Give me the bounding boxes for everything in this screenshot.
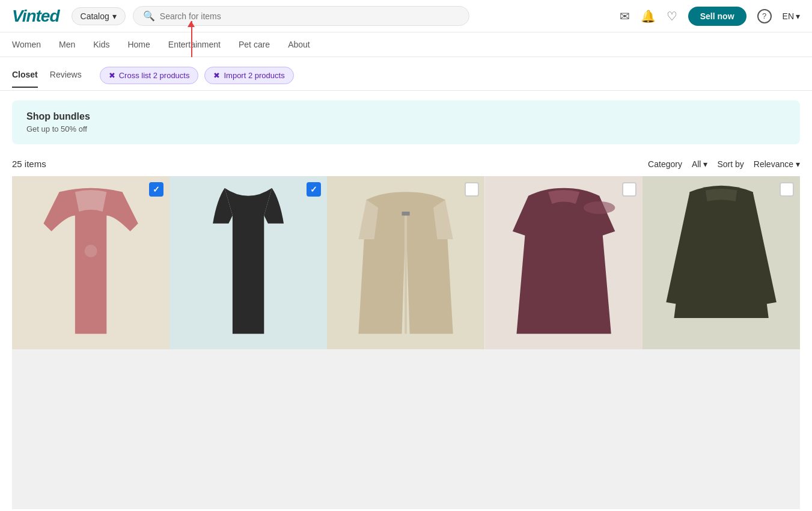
header: Vinted Catalog ▾ 🔍 ✉ 🔔 ♡ Sell now ? EN ▾ <box>0 0 812 32</box>
tab-reviews[interactable]: Reviews <box>50 70 82 88</box>
lang-chevron-icon: ▾ <box>796 11 800 21</box>
product-image-wrap <box>643 176 800 509</box>
messages-icon[interactable]: ✉ <box>620 9 630 23</box>
product-card[interactable]: $5.00 ♡ 1 $5.95 incl. 🛡 16 / 1X Universa… <box>12 176 169 511</box>
filter-area: Category All ▾ Sort by Relevance ▾ <box>648 159 800 169</box>
product-image-wrap <box>327 176 484 509</box>
bundle-banner: Shop bundles Get up to 50% off <box>12 100 800 144</box>
nav-women[interactable]: Women <box>12 40 41 49</box>
notifications-icon[interactable]: 🔔 <box>641 9 656 23</box>
products-grid: $5.00 ♡ 1 $5.95 incl. 🛡 16 / 1X Universa… <box>0 176 812 511</box>
product-image-wrap <box>169 176 327 509</box>
product-checkbox[interactable] <box>780 182 794 197</box>
nav-home[interactable]: Home <box>127 40 150 49</box>
header-icons: ✉ 🔔 ♡ Sell now ? EN ▾ <box>620 7 800 26</box>
action-buttons: ✖ Cross list 2 products ✖ Import 2 produ… <box>100 67 294 90</box>
import-icon: ✖ <box>213 71 220 80</box>
svg-rect-4 <box>402 212 410 216</box>
product-card[interactable]: $5.00 ♡ 15 $5.95 incl. 🛡 8 / M Old Navy <box>327 176 484 511</box>
svg-point-6 <box>583 201 614 214</box>
help-icon[interactable]: ? <box>757 9 772 23</box>
chevron-down-icon: ▾ <box>112 11 117 21</box>
bundle-title: Shop bundles <box>26 111 786 122</box>
product-info: $8.00 ♡ 0 $9.10 incl. 🛡 16 / 1X Columbia <box>485 509 643 511</box>
cross-list-button[interactable]: ✖ Cross list 2 products <box>100 67 199 84</box>
tabs-section: Closet Reviews ✖ Cross list 2 products ✖… <box>0 57 812 91</box>
catalog-button[interactable]: Catalog ▾ <box>72 7 126 25</box>
category-label: Category <box>648 159 682 169</box>
product-image-wrap <box>12 176 169 509</box>
search-icon: 🔍 <box>143 10 155 22</box>
category-chevron-icon: ▾ <box>703 159 707 169</box>
lang-label: EN <box>783 11 794 21</box>
product-image-wrap <box>485 176 643 509</box>
search-input[interactable] <box>160 11 459 21</box>
search-bar: 🔍 <box>133 6 469 26</box>
product-checkbox[interactable] <box>622 182 636 197</box>
nav-entertainment[interactable]: Entertainment <box>168 40 221 49</box>
category-select[interactable]: All ▾ <box>692 159 708 169</box>
sort-chevron-icon: ▾ <box>796 159 800 169</box>
language-button[interactable]: EN ▾ <box>783 11 800 21</box>
product-card[interactable]: $3.00 ♡ 1 $3.85 incl. 🛡 16 / 1X Old Navy <box>643 176 800 511</box>
wishlist-icon[interactable]: ♡ <box>667 9 677 23</box>
product-info: $3.00 ♡ 1 $3.85 incl. 🛡 16 / 1X Old Navy <box>643 509 800 511</box>
tab-closet[interactable]: Closet <box>12 70 38 88</box>
main-nav: Women Men Kids Home Entertainment Pet ca… <box>0 32 812 57</box>
vinted-logo: Vinted <box>12 7 60 26</box>
import-label: Import 2 products <box>224 71 284 80</box>
product-card[interactable]: $3.00 ♡ 0 $3.85 incl. 🛡 8 / M Venus <box>169 176 327 511</box>
nav-kids[interactable]: Kids <box>93 40 109 49</box>
product-info: $5.00 ♡ 15 $5.95 incl. 🛡 8 / M Old Navy <box>327 509 484 511</box>
product-checkbox[interactable] <box>307 182 321 197</box>
product-checkbox[interactable] <box>465 182 479 197</box>
product-info: $5.00 ♡ 1 $5.95 incl. 🛡 16 / 1X Universa… <box>12 509 169 511</box>
product-card[interactable]: $8.00 ♡ 0 $9.10 incl. 🛡 16 / 1X Columbia <box>485 176 643 511</box>
sort-select[interactable]: Relevance ▾ <box>754 159 800 169</box>
svg-point-1 <box>85 245 97 257</box>
import-button[interactable]: ✖ Import 2 products <box>204 67 293 84</box>
cross-list-icon: ✖ <box>109 71 115 80</box>
sell-button[interactable]: Sell now <box>688 7 746 26</box>
cross-list-label: Cross list 2 products <box>119 71 190 80</box>
nav-about[interactable]: About <box>288 40 310 49</box>
catalog-label: Catalog <box>81 11 109 21</box>
bundle-subtitle: Get up to 50% off <box>26 124 786 133</box>
nav-petcare[interactable]: Pet care <box>239 40 270 49</box>
product-checkbox[interactable] <box>149 182 163 197</box>
product-info: $3.00 ♡ 0 $3.85 incl. 🛡 8 / M Venus <box>169 509 327 511</box>
items-header: 25 items Category All ▾ Sort by Relevanc… <box>0 154 812 176</box>
items-count: 25 items <box>12 159 46 169</box>
sort-label: Sort by <box>717 159 743 169</box>
nav-men[interactable]: Men <box>59 40 75 49</box>
